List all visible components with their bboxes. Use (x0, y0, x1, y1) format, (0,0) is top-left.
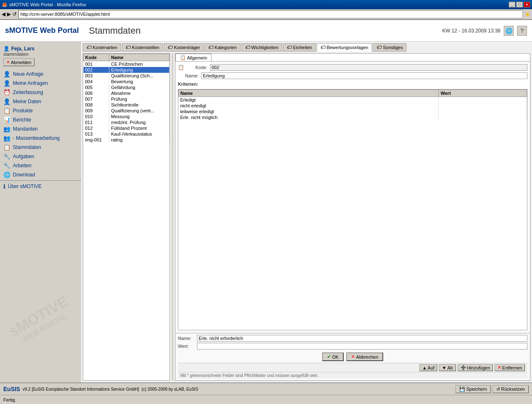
kriterien-label: Kriterien: (178, 82, 527, 87)
titlebar-controls: _ □ ✕ (509, 2, 530, 7)
tab-einheiten[interactable]: 🏷Einheiten (283, 43, 316, 52)
user-role: stammdaten (3, 52, 78, 57)
nav-label-6: Mandanten (13, 126, 38, 132)
sidebar-item-1[interactable]: 👤Meine Anfragen (0, 79, 81, 88)
hinzufuegen-button[interactable]: ➕ Hinzufügen (458, 364, 493, 371)
tab-kostenstellen[interactable]: 🏷Kostenstellen (122, 43, 163, 52)
about-label: Über sMOTIVE (8, 183, 42, 189)
criteria-cell-name: nicht erledigt (179, 103, 439, 109)
nav-forward-icon[interactable]: ▶ (7, 11, 11, 17)
ok-button[interactable]: ✔ OK (322, 352, 344, 361)
ruecksetzen-label: Rücksetzen (501, 387, 525, 392)
tab-kostenarten[interactable]: 🏷Kostenarten (83, 43, 121, 52)
minimize-button[interactable]: _ (509, 2, 515, 7)
table-row[interactable]: 002Erledigung (84, 67, 170, 73)
table-row[interactable]: 007Prüfung (84, 96, 170, 102)
criteria-row[interactable]: Erle. nicht möglich (179, 114, 527, 120)
ruecksetzen-button[interactable]: ↺ Rücksetzen (493, 385, 529, 393)
table-row[interactable]: 011medzint. Prüfung (84, 119, 170, 125)
tab-bewertungsvorlagen[interactable]: 🏷Bewertungsvorlagen (317, 43, 372, 52)
tab-kostentrger[interactable]: 🏷Kostenträger (164, 43, 204, 52)
cancel-button[interactable]: ✕ Abbrechen (346, 352, 383, 361)
criteria-row[interactable]: nicht erledigt (179, 103, 527, 109)
abmelden-button[interactable]: ✕ Abmelden (3, 58, 34, 66)
table-row[interactable]: eng-001rating (84, 137, 170, 143)
sidebar-item-3[interactable]: 👤Meine Daten (0, 97, 81, 106)
reload-icon[interactable]: ↺ (12, 11, 17, 17)
sidebar-item-11[interactable]: 🌐Download (0, 170, 81, 179)
sidebar-item-7[interactable]: 👥- Massenbearbeitung (0, 134, 81, 143)
help-button[interactable]: ? (517, 26, 527, 36)
nav-icon-11: 🌐 (3, 171, 10, 178)
kode-input[interactable] (210, 64, 527, 71)
tab-kategorien[interactable]: 🏷Kategorien (204, 43, 240, 52)
maximize-button[interactable]: □ (516, 2, 523, 7)
table-row[interactable]: 012Füllstand Prozent (84, 125, 170, 131)
tab-wichtigkeiten[interactable]: 🏷Wichtigkeiten (241, 43, 282, 52)
auf-button[interactable]: ▲ Auf (419, 364, 437, 371)
table-row[interactable]: 008Sichtkontrolle (84, 102, 170, 108)
tab-icon-4: 🏷 (245, 45, 250, 50)
table-row[interactable]: 006Abnahme (84, 90, 170, 96)
tab-allgemein[interactable]: 📋 Allgemein (175, 54, 212, 61)
entfernen-button[interactable]: ✕ Entfernen (495, 364, 525, 371)
nav-icon-3: 👤 (3, 98, 10, 105)
cell-name: Abnahme (109, 90, 170, 96)
sidebar-item-0[interactable]: 👤Neue Anfrage (0, 69, 81, 79)
nav-label-8: Stammdaten (13, 144, 41, 150)
ab-label: Ab (447, 365, 453, 370)
criteria-table-body: Erledigtnicht erledigtteilweise erledigt… (179, 97, 527, 121)
criteria-cell-name: teilweise erledigt (179, 109, 439, 114)
url-input[interactable] (18, 10, 523, 18)
table-row[interactable]: 001CE Prüfzeichen (84, 61, 170, 67)
criteria-cell-wert (439, 109, 527, 114)
ab-icon: ▼ (442, 365, 446, 370)
bottom-wert-input[interactable] (197, 343, 527, 349)
sidebar-item-4[interactable]: 📋Produkte (0, 106, 81, 115)
nav-label-1: Meine Anfragen (13, 80, 48, 86)
entfernen-label: Entfernen (502, 365, 522, 370)
cell-kode: 006 (84, 90, 109, 96)
speichern-button[interactable]: 💾 Speichern (456, 385, 491, 393)
criteria-cell-wert (439, 97, 527, 103)
tab-icon-3: 🏷 (208, 45, 213, 50)
bottom-name-input[interactable] (197, 335, 527, 342)
user-section: 👤 Feja, Lars stammdaten ✕ Abmelden (0, 44, 81, 69)
info-icon: ℹ (3, 183, 5, 190)
table-row[interactable]: 003Qualifizierung (Sch... (84, 73, 170, 79)
sidebar-item-9[interactable]: 🔧Aufgaben (0, 152, 81, 161)
sidebar-item-2[interactable]: ⏰Zeiterfassung (0, 88, 81, 97)
table-row[interactable]: 009Qualifizierung (vertr... (84, 108, 170, 114)
sidebar-item-10[interactable]: 🔧Arbeiten (0, 161, 81, 170)
table-row[interactable]: 013Kauf-/Verkausstatus (84, 131, 170, 137)
user-name: Feja, Lars (11, 46, 34, 52)
tab-sonstiges[interactable]: 🏷Sonstiges (373, 43, 406, 52)
nav-back-icon[interactable]: ◀ (2, 11, 5, 17)
close-button[interactable]: ✕ (524, 2, 530, 7)
sidebar-item-8[interactable]: 📋Stammdaten (0, 143, 81, 152)
nav-label-2: Zeiterfassung (13, 89, 43, 95)
kode-icon: 📋 (178, 64, 184, 70)
cell-name: medzint. Prüfung (109, 119, 170, 125)
table-row[interactable]: 005Gefährdung (84, 84, 170, 90)
nav-label-4: Produkte (13, 108, 33, 114)
sidebar-item-6[interactable]: 👥Mandanten (0, 124, 81, 134)
ab-button[interactable]: ▼ Ab (439, 364, 456, 371)
name-input[interactable] (201, 72, 527, 79)
cell-kode: 008 (84, 102, 109, 108)
criteria-row[interactable]: Erledigt (179, 97, 527, 103)
criteria-table: Name Wert Erledigtnicht erledigtteilweis… (178, 89, 527, 330)
bookmark-icon[interactable]: ★ (525, 10, 530, 18)
globe-button[interactable]: 🌐 (504, 26, 514, 36)
titlebar-title: sMOTIVE Web Portal - Mozilla Firefox (9, 2, 86, 7)
sidebar-item-about[interactable]: ℹ Über sMOTIVE (0, 182, 81, 191)
table-row[interactable]: 010Messung (84, 114, 170, 119)
table-row[interactable]: 004Bewertung (84, 79, 170, 84)
sidebar-item-5[interactable]: 📊Berichte (0, 115, 81, 124)
cell-kode: 001 (84, 61, 109, 67)
criteria-row[interactable]: teilweise erledigt (179, 109, 527, 114)
footer: EuSIS v9.2 [EuSIS Europäische Standort I… (0, 382, 532, 395)
tab-label-5: Einheiten (293, 45, 312, 50)
name-label: Name: (178, 73, 199, 78)
cell-name: Sichtkontrolle (109, 102, 170, 108)
